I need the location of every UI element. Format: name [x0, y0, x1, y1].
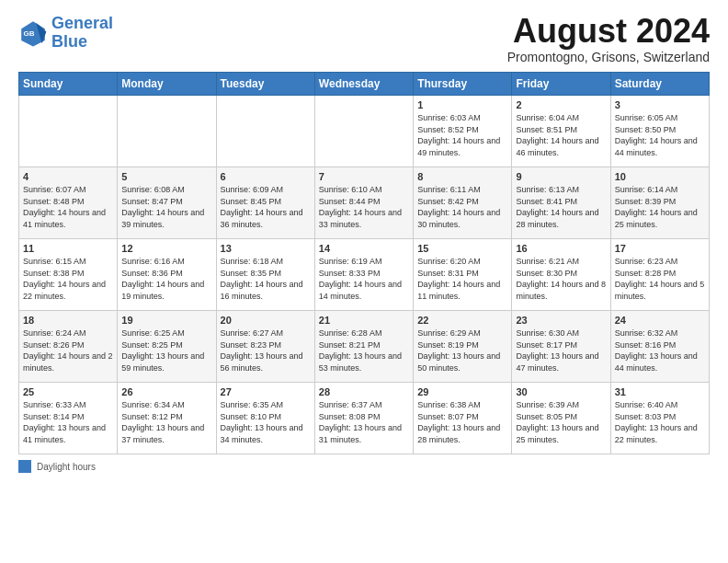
- calendar-cell: 15Sunrise: 6:20 AM Sunset: 8:31 PM Dayli…: [414, 239, 512, 311]
- calendar-table: SundayMondayTuesdayWednesdayThursdayFrid…: [18, 72, 710, 454]
- calendar-cell: 18Sunrise: 6:24 AM Sunset: 8:26 PM Dayli…: [19, 311, 118, 383]
- day-number: 11: [23, 243, 113, 254]
- logo-icon: GB: [18, 18, 48, 48]
- calendar-cell: 24Sunrise: 6:32 AM Sunset: 8:16 PM Dayli…: [610, 311, 709, 383]
- day-info: Sunrise: 6:37 AM Sunset: 8:08 PM Dayligh…: [319, 399, 409, 445]
- day-number: 17: [615, 243, 705, 254]
- day-info: Sunrise: 6:10 AM Sunset: 8:44 PM Dayligh…: [319, 184, 409, 230]
- day-info: Sunrise: 6:20 AM Sunset: 8:31 PM Dayligh…: [417, 256, 507, 302]
- day-info: Sunrise: 6:09 AM Sunset: 8:45 PM Dayligh…: [221, 184, 311, 230]
- week-row-2: 11Sunrise: 6:15 AM Sunset: 8:38 PM Dayli…: [19, 239, 710, 311]
- day-number: 25: [23, 386, 113, 397]
- location: Promontogno, Grisons, Switzerland: [507, 50, 710, 64]
- col-header-friday: Friday: [512, 73, 610, 96]
- day-number: 21: [319, 315, 409, 326]
- logo-text: General Blue: [51, 15, 113, 52]
- calendar-cell: 22Sunrise: 6:29 AM Sunset: 8:19 PM Dayli…: [414, 311, 512, 383]
- calendar-cell: 6Sunrise: 6:09 AM Sunset: 8:45 PM Daylig…: [216, 167, 314, 239]
- calendar-cell: 5Sunrise: 6:08 AM Sunset: 8:47 PM Daylig…: [118, 167, 216, 239]
- calendar-cell: 17Sunrise: 6:23 AM Sunset: 8:28 PM Dayli…: [610, 239, 709, 311]
- week-row-4: 25Sunrise: 6:33 AM Sunset: 8:14 PM Dayli…: [19, 383, 710, 454]
- day-info: Sunrise: 6:27 AM Sunset: 8:23 PM Dayligh…: [221, 327, 311, 373]
- day-info: Sunrise: 6:23 AM Sunset: 8:28 PM Dayligh…: [615, 256, 705, 302]
- day-info: Sunrise: 6:30 AM Sunset: 8:17 PM Dayligh…: [516, 327, 606, 373]
- day-info: Sunrise: 6:39 AM Sunset: 8:05 PM Dayligh…: [516, 399, 606, 445]
- day-number: 26: [121, 386, 211, 397]
- col-header-monday: Monday: [118, 73, 216, 96]
- day-info: Sunrise: 6:11 AM Sunset: 8:42 PM Dayligh…: [417, 184, 507, 230]
- day-number: 3: [615, 99, 705, 110]
- day-info: Sunrise: 6:03 AM Sunset: 8:52 PM Dayligh…: [417, 112, 507, 158]
- calendar-cell: 7Sunrise: 6:10 AM Sunset: 8:44 PM Daylig…: [314, 167, 413, 239]
- month-title: August 2024: [507, 15, 710, 48]
- calendar-cell: [216, 96, 314, 167]
- day-number: 16: [516, 243, 606, 254]
- day-info: Sunrise: 6:34 AM Sunset: 8:12 PM Dayligh…: [121, 399, 211, 445]
- calendar-cell: 10Sunrise: 6:14 AM Sunset: 8:39 PM Dayli…: [610, 167, 709, 239]
- day-number: 7: [319, 171, 409, 182]
- day-info: Sunrise: 6:29 AM Sunset: 8:19 PM Dayligh…: [417, 327, 507, 373]
- calendar-cell: 3Sunrise: 6:05 AM Sunset: 8:50 PM Daylig…: [610, 96, 709, 167]
- week-row-0: 1Sunrise: 6:03 AM Sunset: 8:52 PM Daylig…: [19, 96, 710, 167]
- calendar-cell: 25Sunrise: 6:33 AM Sunset: 8:14 PM Dayli…: [19, 383, 118, 454]
- legend-label: Daylight hours: [37, 462, 96, 472]
- calendar-cell: 26Sunrise: 6:34 AM Sunset: 8:12 PM Dayli…: [118, 383, 216, 454]
- calendar-cell: 19Sunrise: 6:25 AM Sunset: 8:25 PM Dayli…: [118, 311, 216, 383]
- day-number: 23: [516, 315, 606, 326]
- page: GB General Blue August 2024 Promontogno,…: [0, 0, 728, 563]
- day-number: 6: [221, 171, 311, 182]
- day-number: 24: [615, 315, 705, 326]
- day-info: Sunrise: 6:35 AM Sunset: 8:10 PM Dayligh…: [221, 399, 311, 445]
- day-info: Sunrise: 6:33 AM Sunset: 8:14 PM Dayligh…: [23, 399, 113, 445]
- day-info: Sunrise: 6:38 AM Sunset: 8:07 PM Dayligh…: [417, 399, 507, 445]
- week-row-1: 4Sunrise: 6:07 AM Sunset: 8:48 PM Daylig…: [19, 167, 710, 239]
- calendar-cell: 2Sunrise: 6:04 AM Sunset: 8:51 PM Daylig…: [512, 96, 610, 167]
- header: GB General Blue August 2024 Promontogno,…: [18, 15, 710, 64]
- day-info: Sunrise: 6:21 AM Sunset: 8:30 PM Dayligh…: [516, 256, 606, 302]
- day-number: 8: [417, 171, 507, 182]
- day-number: 27: [221, 386, 311, 397]
- calendar-cell: 14Sunrise: 6:19 AM Sunset: 8:33 PM Dayli…: [314, 239, 413, 311]
- calendar-cell: 11Sunrise: 6:15 AM Sunset: 8:38 PM Dayli…: [19, 239, 118, 311]
- calendar-cell: [314, 96, 413, 167]
- calendar-cell: 20Sunrise: 6:27 AM Sunset: 8:23 PM Dayli…: [216, 311, 314, 383]
- day-info: Sunrise: 6:18 AM Sunset: 8:35 PM Dayligh…: [221, 256, 311, 302]
- day-number: 4: [23, 171, 113, 182]
- calendar-cell: 12Sunrise: 6:16 AM Sunset: 8:36 PM Dayli…: [118, 239, 216, 311]
- calendar-cell: 30Sunrise: 6:39 AM Sunset: 8:05 PM Dayli…: [512, 383, 610, 454]
- day-number: 1: [417, 99, 507, 110]
- day-info: Sunrise: 6:15 AM Sunset: 8:38 PM Dayligh…: [23, 256, 113, 302]
- day-info: Sunrise: 6:08 AM Sunset: 8:47 PM Dayligh…: [121, 184, 211, 230]
- day-number: 12: [121, 243, 211, 254]
- day-number: 19: [121, 315, 211, 326]
- calendar-cell: 13Sunrise: 6:18 AM Sunset: 8:35 PM Dayli…: [216, 239, 314, 311]
- day-number: 5: [121, 171, 211, 182]
- day-info: Sunrise: 6:25 AM Sunset: 8:25 PM Dayligh…: [121, 327, 211, 373]
- calendar-cell: [19, 96, 118, 167]
- day-info: Sunrise: 6:05 AM Sunset: 8:50 PM Dayligh…: [615, 112, 705, 158]
- col-header-wednesday: Wednesday: [314, 73, 413, 96]
- calendar-cell: 1Sunrise: 6:03 AM Sunset: 8:52 PM Daylig…: [414, 96, 512, 167]
- calendar-cell: 27Sunrise: 6:35 AM Sunset: 8:10 PM Dayli…: [216, 383, 314, 454]
- day-number: 29: [417, 386, 507, 397]
- calendar-cell: 23Sunrise: 6:30 AM Sunset: 8:17 PM Dayli…: [512, 311, 610, 383]
- day-info: Sunrise: 6:28 AM Sunset: 8:21 PM Dayligh…: [319, 327, 409, 373]
- col-header-tuesday: Tuesday: [216, 73, 314, 96]
- day-info: Sunrise: 6:13 AM Sunset: 8:41 PM Dayligh…: [516, 184, 606, 230]
- title-area: August 2024 Promontogno, Grisons, Switze…: [507, 15, 710, 64]
- col-header-thursday: Thursday: [414, 73, 512, 96]
- calendar-cell: 31Sunrise: 6:40 AM Sunset: 8:03 PM Dayli…: [610, 383, 709, 454]
- col-header-sunday: Sunday: [19, 73, 118, 96]
- day-info: Sunrise: 6:04 AM Sunset: 8:51 PM Dayligh…: [516, 112, 606, 158]
- calendar-cell: 29Sunrise: 6:38 AM Sunset: 8:07 PM Dayli…: [414, 383, 512, 454]
- day-number: 9: [516, 171, 606, 182]
- calendar-cell: [118, 96, 216, 167]
- calendar-cell: 16Sunrise: 6:21 AM Sunset: 8:30 PM Dayli…: [512, 239, 610, 311]
- day-info: Sunrise: 6:24 AM Sunset: 8:26 PM Dayligh…: [23, 327, 113, 373]
- day-number: 2: [516, 99, 606, 110]
- day-info: Sunrise: 6:16 AM Sunset: 8:36 PM Dayligh…: [121, 256, 211, 302]
- svg-text:GB: GB: [24, 29, 35, 38]
- day-number: 18: [23, 315, 113, 326]
- day-number: 15: [417, 243, 507, 254]
- day-info: Sunrise: 6:32 AM Sunset: 8:16 PM Dayligh…: [615, 327, 705, 373]
